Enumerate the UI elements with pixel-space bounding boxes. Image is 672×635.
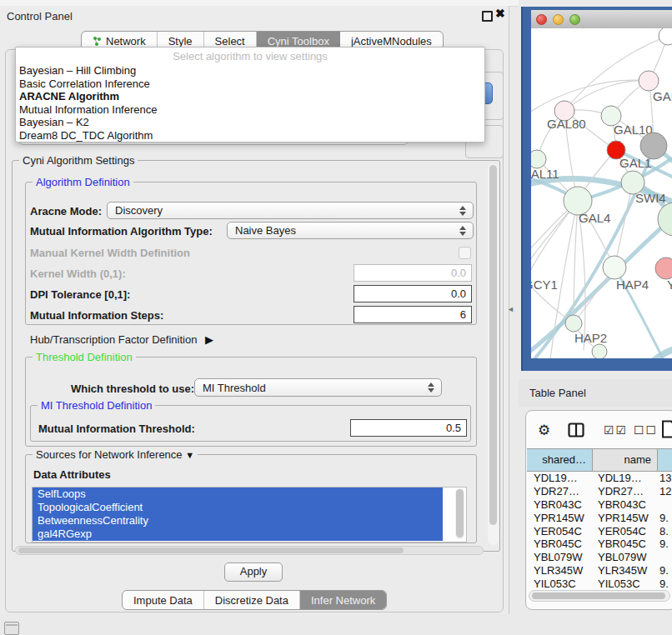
data-attribute-item[interactable]: SelfLoops (33, 488, 443, 501)
aracne-mode-combo[interactable]: Discovery (107, 202, 474, 219)
table-cell: YPR145W (593, 512, 658, 525)
scrollbar-thumb[interactable] (489, 165, 497, 525)
dpi-tolerance-field[interactable]: 0.0 (354, 285, 472, 302)
table-row[interactable]: YBR045CYBR045C9. (527, 538, 672, 551)
network-window-titlebar[interactable] (531, 10, 672, 29)
algorithm-dropdown[interactable]: Select algorithm to view settings Bayesi… (15, 47, 485, 142)
tab-label: Style (168, 35, 193, 48)
algorithm-option[interactable]: Bayesian – Hill Climbing (16, 64, 484, 78)
table-cell: YBR045C (527, 538, 593, 551)
data-attribute-item[interactable]: TopologicalCoefficient (33, 501, 443, 514)
tab-label: Infer Network (311, 594, 375, 607)
split-columns-icon[interactable] (568, 422, 584, 438)
table-cell: 9. (658, 564, 672, 578)
table-row[interactable]: YLR345WYLR345W9. (527, 564, 672, 578)
table-body: YDL19…YDL19…13YDR27…YDR27…12YBR043CYBR04… (527, 472, 672, 588)
tab-label: Cyni Toolbox (268, 35, 329, 48)
table-row[interactable]: YDL19…YDL19…13 (527, 472, 672, 485)
network-node-hap2[interactable] (565, 315, 582, 332)
network-node[interactable] (640, 132, 667, 159)
kernel-width-field[interactable]: 0.0 (354, 264, 472, 282)
node-label: GAL1 (619, 156, 651, 170)
dpi-tolerance-label: DPI Tolerance [0,1]: (30, 288, 130, 301)
table-header-row: shared…name (527, 448, 672, 472)
kernel-width-label: Kernel Width (0,1): (30, 268, 126, 280)
network-node[interactable] (592, 344, 607, 358)
minimize-traffic-light[interactable] (553, 14, 564, 25)
data-attribute-item[interactable]: BetweennessCentrality (33, 514, 443, 528)
algorithm-option[interactable]: Dream8 DC_TDC Algorithm (16, 129, 484, 142)
table-cell: YBL079W (527, 551, 593, 564)
algorithm-option[interactable]: Basic Correlation Inference (16, 78, 484, 91)
network-node[interactable] (659, 28, 672, 45)
node-label: Y (667, 278, 672, 292)
minimized-panel-icon[interactable] (4, 622, 19, 635)
zoom-traffic-light[interactable] (569, 14, 580, 25)
table-cell (658, 498, 672, 512)
hub-definition-toggle[interactable]: Hub/Transcription Factor Definition ▶ (30, 333, 213, 346)
bottom-tabs: Impute Data Discretize Data Infer Networ… (122, 590, 387, 610)
table-cell: 9. (658, 538, 672, 551)
network-edge (642, 350, 672, 358)
table-cell: YLR345W (593, 564, 658, 578)
tab-discretize-data[interactable]: Discretize Data (204, 591, 300, 609)
network-canvas[interactable]: GALGAL80GAL10GAL1SWI4GAL11GAL4GCY1HAP4YH… (531, 28, 672, 358)
network-node-hap4[interactable] (603, 256, 626, 279)
close-icon[interactable]: ✖ (495, 7, 505, 20)
table-cell: YIL053C (527, 578, 593, 588)
column-header[interactable] (658, 449, 672, 471)
table-row[interactable]: YIL053CYIL053C9. (527, 578, 672, 588)
node-label: GAL80 (547, 117, 586, 131)
network-node-gal[interactable] (639, 71, 659, 91)
table-cell: 13 (658, 472, 672, 485)
expanded-arrow-icon: ▼ (185, 450, 194, 460)
algorithm-option[interactable]: Mutual Information Inference (16, 103, 484, 117)
column-header[interactable]: shared… (527, 449, 593, 471)
table-cell: YBL079W (593, 551, 658, 564)
apply-button[interactable]: Apply (224, 562, 283, 582)
network-node-gal11[interactable] (531, 150, 546, 168)
splitter-handle-icon[interactable]: ◄ (507, 305, 514, 313)
gear-icon[interactable]: ⚙ (538, 422, 550, 439)
spinner-icon (456, 226, 469, 236)
sources-group-title[interactable]: Sources for Network Inference ▼ (33, 448, 198, 461)
scrollbar-thumb[interactable] (532, 592, 665, 599)
tab-impute-data[interactable]: Impute Data (123, 591, 204, 609)
manual-kernel-checkbox[interactable] (459, 247, 471, 259)
network-node-y[interactable] (655, 258, 672, 279)
which-threshold-label: Which threshold to use: (71, 382, 194, 395)
settings-horizontal-scrollbar[interactable] (15, 546, 484, 555)
group-title: Algorithm Definition (33, 176, 133, 188)
tab-infer-network[interactable]: Infer Network (300, 591, 386, 609)
table-row[interactable]: YDR27…YDR27…12 (527, 485, 672, 498)
data-attributes-list[interactable]: SelfLoopsTopologicalCoefficientBetweenne… (32, 487, 467, 542)
close-traffic-light[interactable] (536, 14, 547, 25)
table-row[interactable]: YER054CYER054C8. (527, 525, 672, 538)
table-row[interactable]: YBL079WYBL079W (527, 551, 672, 564)
scrollbar-thumb[interactable] (456, 489, 464, 538)
document-icon[interactable] (661, 420, 672, 438)
control-panel-title: Control Panel (7, 10, 73, 22)
table-horizontal-scrollbar[interactable] (529, 590, 670, 602)
data-attribute-item[interactable]: gal4RGexp (33, 528, 443, 541)
scrollbar-thumb[interactable] (18, 548, 404, 553)
table-cell: YBR043C (593, 498, 658, 512)
dropdown-placeholder: Select algorithm to view settings (16, 48, 484, 64)
node-label: GCY1 (531, 278, 558, 292)
table-row[interactable]: YBR043CYBR043C (527, 498, 672, 512)
table-cell: YER054C (527, 525, 593, 538)
deselect-all-icon[interactable]: ☐☐ (634, 423, 658, 437)
algorithm-option[interactable]: ARACNE Algorithm (16, 90, 484, 103)
mi-threshold-field[interactable]: 0.5 (350, 419, 467, 437)
mi-type-combo[interactable]: Naive Bayes (227, 222, 474, 239)
combo-value: Naive Bayes (235, 224, 456, 237)
float-window-icon[interactable] (482, 11, 493, 22)
column-header[interactable]: name (593, 449, 658, 471)
algorithm-option[interactable]: Bayesian – K2 (16, 116, 484, 129)
select-all-icon[interactable]: ☑☑ (604, 423, 628, 437)
which-threshold-combo[interactable]: MI Threshold (194, 378, 442, 397)
attributes-vertical-scrollbar[interactable] (455, 488, 464, 539)
mi-steps-field[interactable]: 6 (354, 306, 472, 323)
settings-vertical-scrollbar[interactable] (488, 163, 499, 545)
table-row[interactable]: YPR145WYPR145W9. (527, 512, 672, 525)
